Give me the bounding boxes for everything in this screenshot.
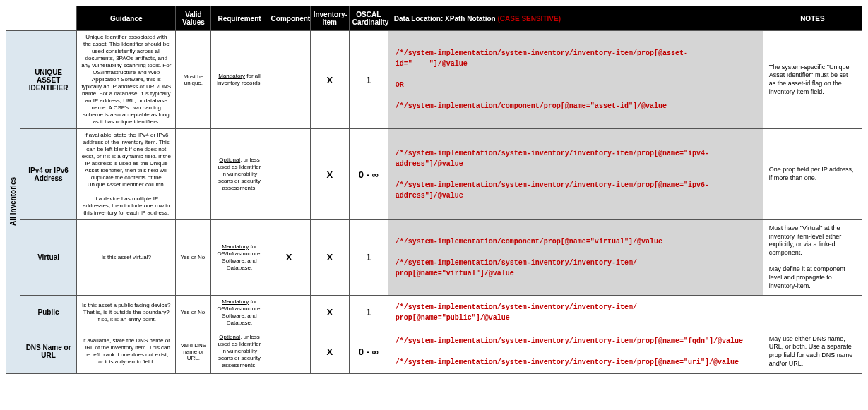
table-row: DNS Name or URLIf available, state the D… xyxy=(6,330,862,373)
xpath-cell: /*/system-implementation/system-inventor… xyxy=(388,330,763,373)
cardinality-cell: 0 - ∞ xyxy=(349,129,388,220)
col-guidance: Guidance xyxy=(77,6,176,31)
guidance-cell: If available, state the DNS name or URL … xyxy=(77,330,176,373)
table-row: PublicIs this asset a public facing devi… xyxy=(6,295,862,330)
table-row: VirtualIs this asset virtual?Yes or No.M… xyxy=(6,220,862,296)
col-notes: NOTES xyxy=(763,6,862,31)
cardinality-cell: 0 - ∞ xyxy=(349,330,388,373)
valid-values-cell xyxy=(176,129,211,220)
col-cardinality: OSCAL Cardinality xyxy=(349,6,388,31)
row-label: IPv4 or IPv6 Address xyxy=(20,129,77,220)
component-cell: X xyxy=(268,220,310,296)
component-cell xyxy=(268,295,310,330)
notes-cell: Must have "Virtual" at the inventory ite… xyxy=(763,220,862,296)
requirement-cell: Mandatory for OS/Infrastructure. Softwar… xyxy=(211,295,268,330)
requirement-cell: Optional, unless used as Identifier in v… xyxy=(211,330,268,373)
requirement-cell: Mandatory for all inventory records. xyxy=(211,31,268,129)
inventory-item-cell: X xyxy=(310,220,349,296)
valid-values-cell: Yes or No. xyxy=(176,220,211,296)
col-component: Component xyxy=(268,6,310,31)
guidance-cell: Unique Identifier associated with the as… xyxy=(77,31,176,129)
guidance-cell: If available, state the IPv4 or IPv6 add… xyxy=(77,129,176,220)
header-row: Guidance Valid Values Requirement Compon… xyxy=(6,6,862,31)
row-label: UNIQUE ASSET IDENTIFIER xyxy=(20,31,77,129)
xpath-cell: /*/system-implementation/component/prop[… xyxy=(388,220,763,296)
requirement-cell: Mandatory for OS/Infrastructure. Softwar… xyxy=(211,220,268,296)
requirement-cell: Optional, unless used as Identifier in v… xyxy=(211,129,268,220)
inventory-spec-table: Guidance Valid Values Requirement Compon… xyxy=(6,6,862,374)
table-row: IPv4 or IPv6 AddressIf available, state … xyxy=(6,129,862,220)
guidance-cell: Is this asset virtual? xyxy=(77,220,176,296)
col-valid-values: Valid Values xyxy=(176,6,211,31)
row-label: DNS Name or URL xyxy=(20,330,77,373)
xpath-cell: /*/system-implementation/system-inventor… xyxy=(388,31,763,129)
xpath-cell: /*/system-implementation/system-inventor… xyxy=(388,295,763,330)
valid-values-cell: Must be unique. xyxy=(176,31,211,129)
guidance-cell: Is this asset a public facing device? Th… xyxy=(77,295,176,330)
table-row: All InventoriesUNIQUE ASSET IDENTIFIERUn… xyxy=(6,31,862,129)
component-cell xyxy=(268,31,310,129)
notes-cell: One prop field per IP address, if more t… xyxy=(763,129,862,220)
row-label: Public xyxy=(20,295,77,330)
col-inventory-item: Inventory-Item xyxy=(310,6,349,31)
inventory-item-cell: X xyxy=(310,31,349,129)
row-label: Virtual xyxy=(20,220,77,296)
component-cell xyxy=(268,330,310,373)
col-xpath: Data Location: XPath Notation (CASE SENS… xyxy=(388,6,763,31)
inventory-item-cell: X xyxy=(310,129,349,220)
valid-values-cell: Yes or No. xyxy=(176,295,211,330)
inventory-item-cell: X xyxy=(310,295,349,330)
cardinality-cell: 1 xyxy=(349,295,388,330)
inventory-item-cell: X xyxy=(310,330,349,373)
notes-cell: May use either DNS name, URL, or both. U… xyxy=(763,330,862,373)
valid-values-cell: Valid DNS name or URL. xyxy=(176,330,211,373)
xpath-cell: /*/system-implementation/system-inventor… xyxy=(388,129,763,220)
notes-cell: The system-specific "Unique Asset Identi… xyxy=(763,31,862,129)
notes-cell xyxy=(763,295,862,330)
col-requirement: Requirement xyxy=(211,6,268,31)
cardinality-cell: 1 xyxy=(349,220,388,296)
side-label: All Inventories xyxy=(6,31,20,374)
cardinality-cell: 1 xyxy=(349,31,388,129)
component-cell xyxy=(268,129,310,220)
